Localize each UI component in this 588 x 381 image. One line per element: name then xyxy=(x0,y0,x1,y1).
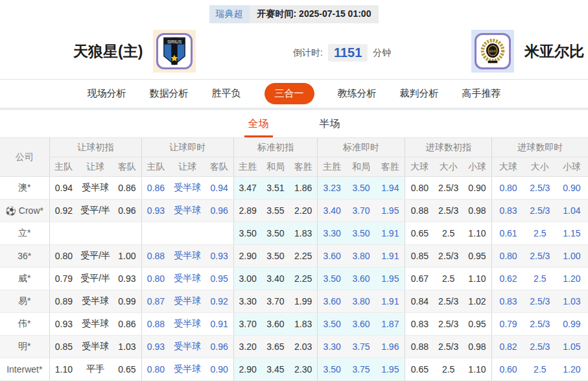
tab-data-analysis[interactable]: 数据分析 xyxy=(150,87,189,100)
odds-cell: 1.95 xyxy=(376,200,405,222)
odds-cell: 1.91 xyxy=(376,290,405,313)
away-team-logo: MAIF xyxy=(471,30,514,73)
odds-cell: 1.20 xyxy=(556,268,588,290)
company-name: Crow* xyxy=(19,205,43,216)
tab-win-draw-lose[interactable]: 胜平负 xyxy=(212,87,241,100)
company-name: Interwet* xyxy=(6,364,42,375)
company-cell[interactable]: 易* xyxy=(0,290,49,313)
odds-cell: 0.65 xyxy=(113,358,141,381)
countdown-label: 倒计时: xyxy=(293,47,323,59)
odds-cell: 2.5/3 xyxy=(434,336,463,358)
odds-cell: 0.94 xyxy=(205,177,233,200)
odds-cell: 0.80 xyxy=(141,268,170,290)
odds-cell: 0.80 xyxy=(492,245,524,268)
odds-cell: 1.95 xyxy=(376,358,405,381)
odds-cell: 2.5/3 xyxy=(434,313,463,336)
odds-cell: 3.23 xyxy=(317,177,346,200)
odds-cell: 3.50 xyxy=(317,358,346,381)
table-row: 澳*0.94受半球0.860.86受半球0.943.473.511.863.23… xyxy=(0,177,588,200)
odds-cell: 0.65 xyxy=(405,222,434,245)
odds-cell: 0.83 xyxy=(492,200,524,222)
company-cell[interactable]: 36* xyxy=(0,245,49,268)
odds-cell: 0.99 xyxy=(556,313,588,336)
tab-referee-analysis[interactable]: 裁判分析 xyxy=(400,87,439,100)
odds-cell: 1.00 xyxy=(556,245,588,268)
odds-cell: 2.5 xyxy=(524,222,556,245)
company-name: 易* xyxy=(18,295,30,306)
odds-cell: 3.00 xyxy=(233,268,261,290)
odds-cell: 1.03 xyxy=(113,336,141,358)
col-header: 大球 xyxy=(405,157,434,177)
odds-cell: 0.80 xyxy=(49,245,78,268)
odds-cell: 0.87 xyxy=(141,290,170,313)
col-header: 大小 xyxy=(434,157,463,177)
subtab-half-match[interactable]: 半场 xyxy=(316,117,344,137)
odds-cell: 受半球 xyxy=(170,200,205,222)
odds-cell xyxy=(113,222,141,245)
odds-cell: 1.94 xyxy=(376,177,405,200)
odds-cell: 2.5/3 xyxy=(434,200,463,222)
tab-coach-analysis[interactable]: 教练分析 xyxy=(338,87,377,100)
odds-cell: 0.90 xyxy=(205,358,233,381)
company-cell[interactable]: 澳* xyxy=(0,177,49,200)
home-team-logo: SIRIUS xyxy=(153,30,196,73)
col-header: 大球 xyxy=(492,157,524,177)
kickoff-time: 开赛时间: 2025-07-15 01:00 xyxy=(250,5,379,23)
company-name: 伟* xyxy=(18,318,30,329)
group-handicap-initial: 让球初指 xyxy=(49,138,141,157)
col-header: 客胜 xyxy=(376,157,405,177)
odds-cell: 3.60 xyxy=(347,268,376,290)
odds-cell: 3.30 xyxy=(317,336,346,358)
company-cell[interactable]: 伟* xyxy=(0,313,49,336)
match-meta: 瑞典超 开赛时间: 2025-07-15 01:00 xyxy=(0,5,588,23)
odds-cell: 1.83 xyxy=(289,313,317,336)
odds-cell: 2.5/3 xyxy=(524,200,556,222)
col-header: 让球 xyxy=(170,157,205,177)
odds-cell: 2.25 xyxy=(289,268,317,290)
odds-cell: 0.95 xyxy=(205,268,233,290)
odds-cell: 0.84 xyxy=(405,290,434,313)
home-team: 天狼星(主) SIRIUS xyxy=(73,30,196,73)
odds-cell: 0.85 xyxy=(405,245,434,268)
odds-cell: 0.86 xyxy=(141,177,170,200)
odds-cell: 3.70 xyxy=(347,200,376,222)
odds-cell: 1.91 xyxy=(376,245,405,268)
odds-cell xyxy=(205,222,233,245)
odds-cell: 0.96 xyxy=(205,336,233,358)
analysis-nav: 现场分析 数据分析 胜平负 三合一 教练分析 裁判分析 高手推荐 xyxy=(0,79,588,108)
company-cell[interactable]: 立* xyxy=(0,222,49,245)
odds-cell: 0.89 xyxy=(49,290,78,313)
odds-cell: 0.80 xyxy=(405,177,434,200)
table-row: 易*0.89受半球0.990.87受半球0.923.303.701.993.60… xyxy=(0,290,588,313)
odds-cell: 0.93 xyxy=(141,200,170,222)
odds-cell: 0.99 xyxy=(113,290,141,313)
company-name: 36* xyxy=(18,251,31,261)
odds-cell: 3.60 xyxy=(317,245,346,268)
odds-cell: 2.20 xyxy=(289,200,317,222)
company-cell[interactable]: 威* xyxy=(0,268,49,290)
odds-cell: 受半球 xyxy=(170,268,205,290)
odds-cell: 3.20 xyxy=(233,336,261,358)
table-row: 36*0.80受平/半1.000.88受半球0.932.903.502.253.… xyxy=(0,245,588,268)
odds-cell: 1.99 xyxy=(289,290,317,313)
odds-cell: 3.50 xyxy=(317,313,346,336)
col-header: 主胜 xyxy=(317,157,346,177)
table-row: 伟*0.93受半球0.860.88受半球0.913.703.601.833.50… xyxy=(0,313,588,336)
company-cell[interactable]: Interwet* xyxy=(0,358,49,381)
company-cell[interactable]: ⚽Crow* xyxy=(0,200,49,222)
tab-live-analysis[interactable]: 现场分析 xyxy=(88,87,126,100)
tab-three-in-one[interactable]: 三合一 xyxy=(265,83,314,104)
countdown: 倒计时: 1151 分钟 xyxy=(293,44,391,62)
odds-cell: 0.91 xyxy=(205,313,233,336)
odds-cell: 受半球 xyxy=(78,177,113,200)
odds-cell: 1.02 xyxy=(463,290,492,313)
odds-cell: 3.40 xyxy=(261,268,289,290)
odds-cell: 3.40 xyxy=(317,200,346,222)
odds-cell: 受半球 xyxy=(170,245,205,268)
odds-cell: 2.89 xyxy=(233,200,261,222)
subtab-full-match[interactable]: 全场 xyxy=(244,117,273,137)
company-cell[interactable]: 明* xyxy=(0,336,49,358)
tab-expert-picks[interactable]: 高手推荐 xyxy=(462,87,501,100)
odds-cell: 0.88 xyxy=(141,245,170,268)
odds-cell: 3.51 xyxy=(261,177,289,200)
